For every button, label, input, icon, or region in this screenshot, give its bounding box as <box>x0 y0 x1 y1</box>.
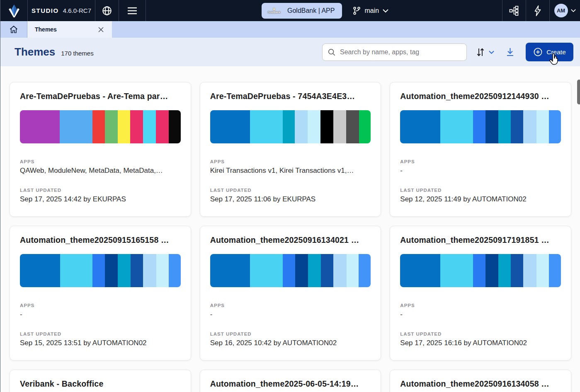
palette-swatch <box>308 254 321 287</box>
palette-swatch <box>536 110 549 143</box>
home-button[interactable] <box>0 21 27 38</box>
palette-swatch <box>359 254 371 287</box>
palette-swatch <box>511 110 523 143</box>
palette-swatch <box>523 110 536 143</box>
palette-swatch <box>250 110 283 143</box>
palette-swatch <box>105 254 118 287</box>
divider <box>146 0 146 21</box>
palette-swatch <box>92 110 105 143</box>
palette-swatch <box>485 254 498 287</box>
palette-swatch <box>295 254 308 287</box>
last-updated-value: Sep 17, 2025 11:06 by EKURPAS <box>210 195 371 203</box>
language-button[interactable] <box>95 0 119 21</box>
sort-button[interactable] <box>476 47 495 57</box>
chevron-down-icon <box>488 50 495 54</box>
theme-card-title: Automation_theme20250917191851 … <box>400 235 561 245</box>
palette-swatch <box>485 110 498 143</box>
vertical-scrollbar-thumb[interactable] <box>577 80 580 104</box>
page-header: Themes 170 themes <box>0 38 580 66</box>
theme-card[interactable]: Automation_theme20250916134058 … <box>390 370 571 392</box>
product-name: STUDIO 4.6.0-RC7 <box>28 0 95 21</box>
theme-palette <box>210 254 371 287</box>
theme-palette <box>400 254 561 287</box>
apps-label: APPS <box>210 159 371 164</box>
theme-card[interactable]: Automation_theme20250915165158 … APPS - … <box>10 226 191 361</box>
palette-swatch <box>143 110 156 143</box>
palette-swatch <box>131 254 143 287</box>
close-icon <box>98 27 104 33</box>
globe-icon <box>102 5 112 16</box>
last-updated-label: LAST UPDATED <box>210 188 371 193</box>
theme-card[interactable]: Are-TemaDePruebas - 7454A3E4E3… APPS Kir… <box>200 82 381 217</box>
palette-swatch <box>210 110 250 143</box>
apps-value: Kirei Transactions v1, Kirei Transaction… <box>210 167 371 175</box>
theme-palette <box>20 254 181 287</box>
theme-card[interactable]: Automation_theme2025-06-05-14:19… <box>200 370 381 392</box>
git-branch-icon <box>352 6 361 15</box>
app-selector-label: GoldBank | APP <box>287 7 335 15</box>
palette-swatch <box>536 254 549 287</box>
palette-swatch <box>320 110 333 143</box>
apps-value: - <box>20 310 181 319</box>
themes-content: Are-TemaDePruebas - Are-Tema par… APPS Q… <box>0 66 580 392</box>
palette-swatch <box>440 110 473 143</box>
download-button[interactable] <box>505 47 515 57</box>
palette-swatch <box>169 110 181 143</box>
search-input[interactable] <box>340 48 461 56</box>
theme-card[interactable]: Are-TemaDePruebas - Are-Tema par… APPS Q… <box>10 82 191 217</box>
palette-swatch <box>92 254 105 287</box>
palette-swatch <box>20 254 60 287</box>
apps-value: - <box>400 167 561 175</box>
tab-bar: Themes <box>0 21 580 38</box>
home-icon <box>9 24 19 34</box>
main-menu-button[interactable] <box>119 0 146 21</box>
theme-card[interactable]: Automation_theme20250916134021 … APPS - … <box>200 226 381 361</box>
palette-swatch <box>308 110 320 143</box>
palette-swatch <box>400 110 440 143</box>
theme-card-title: Are-TemaDePruebas - Are-Tema par… <box>20 92 181 101</box>
palette-swatch <box>156 254 169 287</box>
theme-card-title: Automation_theme20250916134021 … <box>210 235 371 245</box>
theme-card[interactable]: Automation_theme20250917191851 … APPS - … <box>390 226 571 361</box>
last-updated-value: Sep 17, 2025 14:42 by EKURPAS <box>20 195 181 203</box>
user-menu[interactable]: AM <box>550 0 580 21</box>
branch-name: main <box>364 7 379 15</box>
palette-swatch <box>346 110 359 143</box>
apps-value: - <box>210 310 371 319</box>
last-updated-label: LAST UPDATED <box>400 188 561 193</box>
search-box[interactable] <box>322 44 467 61</box>
last-updated-value: Sep 16, 2025 10:42 by AUTOMATION02 <box>210 339 371 347</box>
last-updated-label: LAST UPDATED <box>20 332 181 336</box>
sort-arrows-icon <box>476 47 485 57</box>
theme-card-title: Veribank - Backoffice <box>20 379 181 389</box>
studio-logo-icon <box>7 4 21 17</box>
last-updated-label: LAST UPDATED <box>20 188 181 193</box>
palette-swatch <box>118 110 131 143</box>
last-updated-label: LAST UPDATED <box>210 332 371 336</box>
theme-card-title: Automation_theme20250912144930 … <box>400 92 561 101</box>
studio-logo[interactable] <box>0 0 27 21</box>
create-button[interactable]: Create <box>526 43 573 61</box>
tab-themes[interactable]: Themes <box>27 21 112 38</box>
theme-card[interactable]: Veribank - Backoffice <box>10 370 191 392</box>
sitemap-button[interactable] <box>502 0 526 21</box>
palette-swatch <box>333 110 346 143</box>
app-selector[interactable]: ♛ GoldBank GoldBank | APP <box>262 3 342 19</box>
palette-swatch <box>283 254 295 287</box>
tab-label: Themes <box>35 26 93 33</box>
goldbank-logo-icon: ♛ GoldBank <box>265 7 283 14</box>
theme-card[interactable]: Automation_theme20250912144930 … APPS - … <box>390 82 571 217</box>
themes-grid: Are-TemaDePruebas - Are-Tema par… APPS Q… <box>0 66 580 392</box>
theme-card-title: Are-TemaDePruebas - 7454A3E4E3… <box>210 92 371 101</box>
tab-close-button[interactable] <box>96 25 105 34</box>
apps-label: APPS <box>400 159 561 164</box>
quick-actions-button[interactable] <box>526 0 549 21</box>
palette-swatch <box>210 254 250 287</box>
palette-swatch <box>440 254 473 287</box>
theme-card-meta: APPS - LAST UPDATED Sep 12, 2025 11:49 b… <box>400 159 561 203</box>
branch-selector[interactable]: main <box>352 6 389 15</box>
palette-swatch <box>549 110 561 143</box>
search-icon <box>328 48 336 57</box>
palette-swatch <box>498 110 511 143</box>
theme-count: 170 themes <box>61 50 93 57</box>
